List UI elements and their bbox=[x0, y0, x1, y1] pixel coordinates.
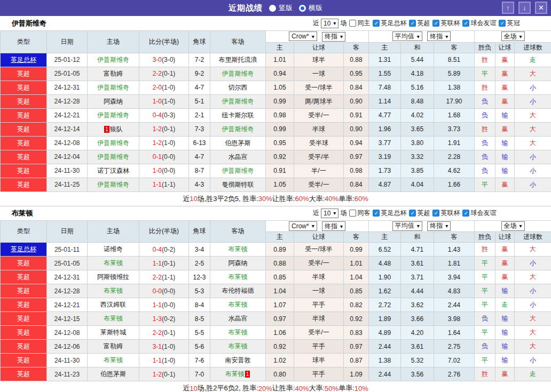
away-team-name: 布莱顿 bbox=[229, 245, 248, 253]
avg-home-odds: 1.89 bbox=[369, 312, 401, 326]
average-time-select[interactable]: 终指▾ bbox=[427, 31, 451, 41]
col-corner: 角球 bbox=[189, 220, 210, 243]
odds-time-select[interactable]: 终指▾ bbox=[322, 32, 345, 42]
league-checkbox[interactable]: ✓英足总杯 bbox=[373, 19, 406, 28]
away-team: 布莱顿1 bbox=[210, 367, 266, 381]
move-up-button[interactable]: ↑ bbox=[502, 2, 514, 14]
avg-home-odds: 4.77 bbox=[369, 108, 401, 122]
league-badge[interactable]: 英超 bbox=[1, 81, 46, 94]
average-select[interactable]: 平均值▾ bbox=[392, 31, 422, 41]
league-badge[interactable]: 英超 bbox=[1, 150, 46, 164]
summary-part: 10 bbox=[190, 195, 197, 203]
sub-away-odds: 客 bbox=[344, 42, 369, 53]
avg-draw-odds: 3.61 bbox=[401, 340, 434, 354]
league-badge[interactable]: 英超 bbox=[1, 67, 46, 81]
result-handicap: 输 bbox=[495, 326, 515, 340]
col-home: 主场 bbox=[88, 31, 139, 53]
move-down-button[interactable]: ↓ bbox=[518, 2, 531, 14]
home-team-name: 阿斯顿维拉 bbox=[97, 273, 129, 281]
league-badge[interactable]: 英超 bbox=[1, 312, 46, 325]
league-checkbox[interactable]: ✓英联杯 bbox=[432, 209, 460, 218]
result-goals: 大 bbox=[515, 340, 551, 354]
home-team-name: 狼队 bbox=[110, 125, 123, 133]
same-venue-checkbox[interactable]: 同客 bbox=[349, 209, 370, 218]
home-odds: 0.88 bbox=[266, 257, 294, 270]
league-badge[interactable]: 英超 bbox=[1, 257, 46, 270]
league-badge[interactable]: 英超 bbox=[1, 270, 46, 284]
odds-time-select[interactable]: 终指▾ bbox=[322, 221, 345, 231]
league-checkbox[interactable]: ✓英超 bbox=[409, 19, 430, 28]
league-badge[interactable]: 英超 bbox=[1, 340, 46, 353]
league-badge[interactable]: 英超 bbox=[1, 298, 46, 311]
home-odds: 1.05 bbox=[266, 81, 294, 94]
match-count-select[interactable]: 10▾ bbox=[321, 209, 339, 218]
home-team: 莱斯特城 bbox=[88, 326, 139, 340]
league-checkbox[interactable]: ✓英联杯 bbox=[432, 19, 460, 28]
halftime-score: (1-0) bbox=[162, 343, 175, 350]
result-wdl: 胜 bbox=[475, 367, 495, 381]
league-badge[interactable]: 英超 bbox=[1, 354, 46, 367]
league-badge[interactable]: 英超 bbox=[1, 137, 46, 150]
corner-count: 12-3 bbox=[189, 270, 210, 284]
match-score: 1-2(0-1) bbox=[139, 122, 189, 136]
avg-away-odds: 2.44 bbox=[434, 298, 475, 312]
match-date: 24-11-30 bbox=[47, 164, 88, 178]
league-checkbox[interactable]: ✓英足总杯 bbox=[373, 209, 406, 218]
league-badge[interactable]: 英足总杯 bbox=[1, 53, 46, 67]
filter-bar: 布莱顿 近10▾场同客✓英足总杯✓英超✓英联杯✓球会友谊 bbox=[0, 206, 551, 220]
home-odds: 0.94 bbox=[266, 67, 294, 81]
match-row: 英超24-12-15布莱顿1-3(0-2)8-5水晶宫0.97半球0.921.8… bbox=[1, 312, 551, 326]
period-select[interactable]: 全场▾ bbox=[501, 221, 525, 231]
layout-radio-vertical[interactable]: 竖版 bbox=[269, 3, 293, 13]
period-select[interactable]: 全场▾ bbox=[501, 31, 525, 41]
avg-away-odds: 2.75 bbox=[434, 340, 475, 354]
league-badge[interactable]: 英超 bbox=[1, 109, 46, 122]
away-team-name: 布莱顿 bbox=[229, 301, 248, 308]
result-wdl: 负 bbox=[475, 164, 495, 178]
league-checkbox[interactable]: ✓英冠 bbox=[499, 19, 519, 28]
same-venue-checkbox[interactable]: 同主 bbox=[349, 19, 370, 28]
sub-handicap-result: 让球 bbox=[495, 232, 515, 243]
match-row: 英超24-12-21伊普斯维奇0-4(0-3)2-1纽卡斯尔联0.98受半/一0… bbox=[1, 108, 551, 122]
sub-avg-away: 客 bbox=[434, 232, 475, 243]
average-select[interactable]: 平均值▾ bbox=[392, 221, 422, 231]
league-badge[interactable]: 英超 bbox=[1, 164, 46, 178]
corner-count: 7-3 bbox=[189, 122, 210, 136]
league-checkbox[interactable]: ✓英超 bbox=[409, 209, 430, 218]
avg-home-odds: 2.44 bbox=[369, 367, 401, 381]
close-button[interactable]: ✕ bbox=[535, 2, 547, 14]
league-badge[interactable]: 英超 bbox=[1, 284, 46, 298]
league-badge[interactable]: 英超 bbox=[1, 367, 46, 381]
league-badge[interactable]: 英超 bbox=[1, 326, 46, 339]
league-cell: 英超 bbox=[1, 270, 47, 284]
avg-draw-odds: 3.80 bbox=[401, 136, 434, 150]
fulltime-score: 2-2 bbox=[153, 274, 162, 281]
corner-count: 3-4 bbox=[189, 243, 210, 257]
halftime-score: (0-0) bbox=[162, 301, 175, 309]
result-goals: 小 bbox=[515, 150, 551, 164]
home-team: 阿森纳 bbox=[88, 94, 139, 108]
match-score: 1-3(0-2) bbox=[139, 312, 189, 326]
average-time-select[interactable]: 终指▾ bbox=[427, 221, 451, 231]
match-date: 24-12-28 bbox=[47, 94, 88, 108]
league-checkbox[interactable]: ✓球会友谊 bbox=[462, 209, 496, 218]
odds-source-select[interactable]: Crow*▾ bbox=[289, 221, 317, 231]
home-team-name: 阿森纳 bbox=[104, 98, 123, 105]
layout-radio-horizontal[interactable]: 横版 bbox=[299, 3, 322, 13]
league-badge[interactable]: 英超 bbox=[1, 123, 46, 136]
sub-result: 胜负 bbox=[475, 232, 495, 243]
league-badge[interactable]: 英超 bbox=[1, 178, 46, 191]
average-time-value: 终指 bbox=[430, 221, 443, 230]
result-handicap: 输 bbox=[495, 340, 515, 354]
odds-group-header: Crow*▾ 终指▾ bbox=[266, 31, 369, 43]
odds-source-select[interactable]: Crow*▾ bbox=[289, 31, 317, 41]
match-count-select[interactable]: 10▾ bbox=[321, 19, 339, 28]
checkbox-checked-icon: ✓ bbox=[409, 210, 416, 217]
league-cell: 英超 bbox=[1, 340, 47, 354]
league-badge[interactable]: 英足总杯 bbox=[1, 243, 46, 256]
league-badge[interactable]: 英超 bbox=[1, 95, 46, 108]
result-handicap: 赢 bbox=[495, 67, 515, 81]
league-checkbox[interactable]: ✓球会友谊 bbox=[462, 19, 496, 28]
league-label: 英冠 bbox=[507, 19, 519, 28]
odds-source-value: Crow* bbox=[292, 33, 309, 40]
